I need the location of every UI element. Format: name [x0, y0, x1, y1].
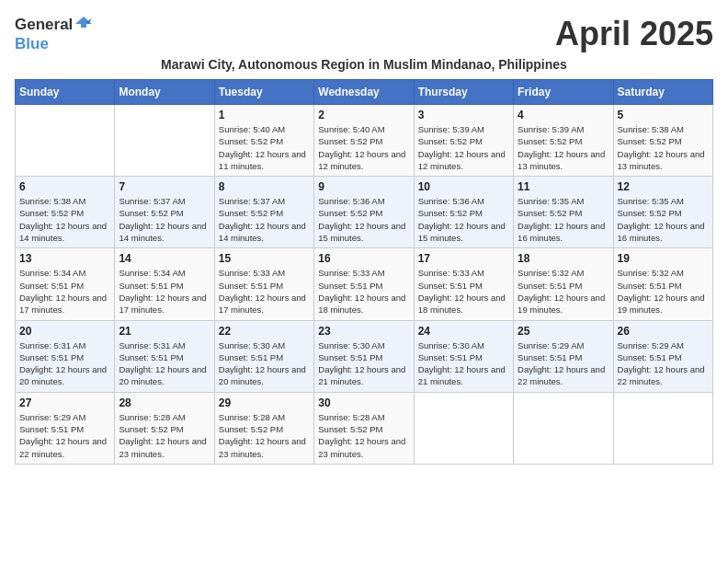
day-info: Sunrise: 5:39 AMSunset: 5:52 PMDaylight:… [418, 123, 509, 172]
col-tuesday: Tuesday [214, 80, 313, 105]
day-info: Sunrise: 5:32 AMSunset: 5:51 PMDaylight:… [518, 267, 609, 316]
logo-bird-icon [74, 15, 94, 35]
table-row: 7Sunrise: 5:37 AMSunset: 5:52 PMDaylight… [115, 177, 214, 248]
table-row [115, 105, 214, 177]
table-row [613, 392, 712, 464]
table-row: 15Sunrise: 5:33 AMSunset: 5:51 PMDayligh… [214, 248, 313, 320]
table-row: 12Sunrise: 5:35 AMSunset: 5:52 PMDayligh… [613, 177, 712, 248]
calendar-week-row: 6Sunrise: 5:38 AMSunset: 5:52 PMDaylight… [16, 177, 713, 248]
logo-general-text: General [15, 16, 73, 34]
day-number: 1 [219, 109, 310, 121]
day-number: 17 [418, 252, 509, 265]
day-number: 8 [219, 180, 310, 193]
table-row: 29Sunrise: 5:28 AMSunset: 5:52 PMDayligh… [214, 392, 313, 464]
table-row: 21Sunrise: 5:31 AMSunset: 5:51 PMDayligh… [115, 320, 214, 392]
table-row: 23Sunrise: 5:30 AMSunset: 5:51 PMDayligh… [314, 320, 414, 392]
logo: General Blue [15, 15, 95, 53]
day-info: Sunrise: 5:35 AMSunset: 5:52 PMDaylight:… [618, 195, 709, 244]
table-row: 6Sunrise: 5:38 AMSunset: 5:52 PMDaylight… [16, 177, 115, 248]
day-info: Sunrise: 5:33 AMSunset: 5:51 PMDaylight:… [318, 267, 409, 316]
day-info: Sunrise: 5:29 AMSunset: 5:51 PMDaylight:… [518, 339, 609, 388]
day-number: 12 [618, 180, 709, 193]
day-number: 2 [318, 109, 409, 121]
table-row: 3Sunrise: 5:39 AMSunset: 5:52 PMDaylight… [414, 105, 513, 177]
table-row: 13Sunrise: 5:34 AMSunset: 5:51 PMDayligh… [16, 248, 115, 320]
col-thursday: Thursday [414, 80, 513, 105]
col-wednesday: Wednesday [314, 80, 414, 105]
calendar-header-row: Sunday Monday Tuesday Wednesday Thursday… [16, 80, 713, 105]
day-number: 13 [19, 252, 110, 265]
table-row: 9Sunrise: 5:36 AMSunset: 5:52 PMDaylight… [314, 177, 414, 248]
day-number: 14 [119, 252, 210, 265]
day-info: Sunrise: 5:34 AMSunset: 5:51 PMDaylight:… [19, 267, 110, 316]
day-info: Sunrise: 5:38 AMSunset: 5:52 PMDaylight:… [19, 195, 110, 244]
day-info: Sunrise: 5:39 AMSunset: 5:52 PMDaylight:… [518, 123, 609, 172]
day-number: 7 [119, 180, 210, 193]
table-row: 8Sunrise: 5:37 AMSunset: 5:52 PMDaylight… [214, 177, 313, 248]
table-row: 25Sunrise: 5:29 AMSunset: 5:51 PMDayligh… [514, 320, 613, 392]
day-number: 10 [418, 180, 509, 193]
day-number: 19 [618, 252, 709, 265]
col-saturday: Saturday [613, 80, 712, 105]
day-info: Sunrise: 5:36 AMSunset: 5:52 PMDaylight:… [418, 195, 509, 244]
table-row: 20Sunrise: 5:31 AMSunset: 5:51 PMDayligh… [16, 320, 115, 392]
day-number: 5 [618, 109, 709, 121]
calendar-title: April 2025 [555, 15, 713, 53]
calendar-week-row: 20Sunrise: 5:31 AMSunset: 5:51 PMDayligh… [16, 320, 713, 392]
calendar-week-row: 27Sunrise: 5:29 AMSunset: 5:51 PMDayligh… [16, 392, 713, 464]
day-number: 21 [119, 325, 210, 338]
day-number: 22 [219, 325, 310, 338]
day-info: Sunrise: 5:34 AMSunset: 5:51 PMDaylight:… [119, 267, 210, 316]
col-monday: Monday [115, 80, 214, 105]
day-number: 20 [19, 325, 110, 338]
day-info: Sunrise: 5:28 AMSunset: 5:52 PMDaylight:… [219, 411, 310, 460]
day-number: 16 [318, 252, 409, 265]
calendar-week-row: 1Sunrise: 5:40 AMSunset: 5:52 PMDaylight… [16, 105, 713, 177]
table-row: 19Sunrise: 5:32 AMSunset: 5:51 PMDayligh… [613, 248, 712, 320]
day-number: 6 [19, 180, 110, 193]
day-info: Sunrise: 5:30 AMSunset: 5:51 PMDaylight:… [318, 339, 409, 388]
day-number: 25 [518, 325, 609, 338]
day-number: 28 [119, 396, 210, 409]
day-number: 23 [318, 325, 409, 338]
col-friday: Friday [514, 80, 613, 105]
day-number: 4 [518, 109, 609, 121]
day-info: Sunrise: 5:36 AMSunset: 5:52 PMDaylight:… [318, 195, 409, 244]
table-row: 22Sunrise: 5:30 AMSunset: 5:51 PMDayligh… [214, 320, 313, 392]
calendar-week-row: 13Sunrise: 5:34 AMSunset: 5:51 PMDayligh… [16, 248, 713, 320]
day-info: Sunrise: 5:33 AMSunset: 5:51 PMDaylight:… [219, 267, 310, 316]
header: General Blue April 2025 [15, 15, 713, 53]
table-row: 27Sunrise: 5:29 AMSunset: 5:51 PMDayligh… [16, 392, 115, 464]
day-number: 11 [518, 180, 609, 193]
day-info: Sunrise: 5:40 AMSunset: 5:52 PMDaylight:… [318, 123, 409, 172]
day-number: 30 [318, 396, 409, 409]
calendar-subtitle: Marawi City, Autonomous Region in Muslim… [15, 57, 713, 72]
table-row: 10Sunrise: 5:36 AMSunset: 5:52 PMDayligh… [414, 177, 513, 248]
day-info: Sunrise: 5:35 AMSunset: 5:52 PMDaylight:… [518, 195, 609, 244]
table-row [16, 105, 115, 177]
day-info: Sunrise: 5:28 AMSunset: 5:52 PMDaylight:… [119, 411, 210, 460]
day-info: Sunrise: 5:29 AMSunset: 5:51 PMDaylight:… [19, 411, 110, 460]
table-row: 17Sunrise: 5:33 AMSunset: 5:51 PMDayligh… [414, 248, 513, 320]
day-info: Sunrise: 5:37 AMSunset: 5:52 PMDaylight:… [119, 195, 210, 244]
day-number: 3 [418, 109, 509, 121]
col-sunday: Sunday [16, 80, 115, 105]
table-row: 26Sunrise: 5:29 AMSunset: 5:51 PMDayligh… [613, 320, 712, 392]
day-info: Sunrise: 5:31 AMSunset: 5:51 PMDaylight:… [119, 339, 210, 388]
day-info: Sunrise: 5:30 AMSunset: 5:51 PMDaylight:… [418, 339, 509, 388]
table-row: 2Sunrise: 5:40 AMSunset: 5:52 PMDaylight… [314, 105, 414, 177]
calendar-table: Sunday Monday Tuesday Wednesday Thursday… [15, 79, 713, 465]
day-number: 26 [618, 325, 709, 338]
table-row [414, 392, 513, 464]
day-info: Sunrise: 5:38 AMSunset: 5:52 PMDaylight:… [618, 123, 709, 172]
day-number: 18 [518, 252, 609, 265]
day-number: 15 [219, 252, 310, 265]
table-row: 4Sunrise: 5:39 AMSunset: 5:52 PMDaylight… [514, 105, 613, 177]
table-row: 11Sunrise: 5:35 AMSunset: 5:52 PMDayligh… [514, 177, 613, 248]
day-number: 24 [418, 325, 509, 338]
day-info: Sunrise: 5:32 AMSunset: 5:51 PMDaylight:… [618, 267, 709, 316]
day-number: 9 [318, 180, 409, 193]
table-row: 5Sunrise: 5:38 AMSunset: 5:52 PMDaylight… [613, 105, 712, 177]
day-info: Sunrise: 5:33 AMSunset: 5:51 PMDaylight:… [418, 267, 509, 316]
table-row: 28Sunrise: 5:28 AMSunset: 5:52 PMDayligh… [115, 392, 214, 464]
